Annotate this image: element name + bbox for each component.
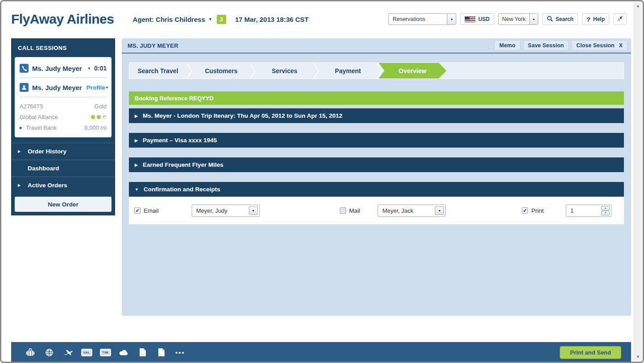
- dropdown-arrow-icon[interactable]: ▼: [249, 206, 258, 215]
- confirmation-panel: ✔ Email Meyer, Judy ▼ ✔ Mail: [129, 197, 624, 224]
- divider: [20, 97, 107, 97]
- spinner-down-icon: ▼: [604, 212, 607, 214]
- timetable-icon[interactable]: TIM: [96, 349, 115, 356]
- spinner-down-button[interactable]: ▼: [601, 211, 610, 215]
- brand-logo: FlyAway Airlines: [11, 12, 114, 27]
- app-header: FlyAway Airlines Agent: Chris Childress …: [1, 1, 633, 37]
- question-mark-icon: ?: [586, 16, 590, 23]
- document-icon[interactable]: [152, 348, 171, 357]
- tab-payment[interactable]: Payment: [319, 63, 376, 78]
- print-checkbox[interactable]: ✔: [522, 207, 528, 214]
- help-button[interactable]: ? Help: [582, 13, 609, 25]
- collapse-button[interactable]: [613, 13, 627, 25]
- section-itinerary[interactable]: ▶ Ms. Meyer - London Trip Itenary: Thu A…: [129, 108, 624, 123]
- travel-bank-value: 8,000 mi: [84, 124, 107, 131]
- sidebar-item-active-orders[interactable]: ▶ Active Orders: [12, 177, 115, 194]
- close-session-label: Close Session: [576, 42, 614, 49]
- document-icon[interactable]: [133, 348, 152, 357]
- caret-down-icon: ▼: [208, 17, 212, 21]
- customer-profile-row[interactable]: Ms. Judy Meyer Profile ▼: [20, 82, 107, 93]
- dropdown-arrow-icon[interactable]: ▼: [447, 14, 456, 25]
- divider: [20, 78, 107, 78]
- session-count-badge: 3: [217, 15, 226, 24]
- tim-badge-label: TIM: [100, 349, 111, 356]
- sidebar-item-label: Order History: [28, 148, 66, 155]
- profile-link[interactable]: Profile: [87, 84, 105, 91]
- memo-button[interactable]: Memo: [494, 40, 520, 51]
- us-flag-icon: [465, 16, 475, 22]
- print-copies-value: 1: [566, 207, 601, 214]
- email-checkbox[interactable]: ✔: [134, 207, 140, 214]
- booking-reference-bar: Booking Reference REQYYD: [129, 91, 624, 105]
- print-and-send-button[interactable]: Print and Send: [560, 346, 621, 359]
- chevron-right-icon: ▶: [135, 138, 138, 143]
- close-session-button[interactable]: Close Session X: [571, 40, 627, 51]
- call-session-card: Ms. Judy Meyer ▼ 0:01 Ms. Judy Meyer Pro…: [15, 57, 111, 137]
- tier-status-dots: [91, 115, 107, 119]
- active-call-row[interactable]: Ms. Judy Meyer ▼ 0:01: [20, 62, 107, 74]
- mail-checkbox[interactable]: ✔: [340, 207, 346, 214]
- scroll-down-icon[interactable]: ▼: [636, 355, 640, 359]
- email-recipient-value: Meyer, Judy: [192, 207, 249, 214]
- city-select-value: New York: [499, 16, 529, 22]
- tab-customers[interactable]: Customers: [193, 63, 250, 78]
- status-dot-filled: [91, 115, 95, 119]
- spinner-up-icon: ▲: [604, 207, 607, 209]
- print-label: Print: [531, 207, 544, 214]
- section-frequent-flyer[interactable]: ▶ Earned Frequent Flyer Miles: [129, 157, 624, 172]
- mail-recipient-select[interactable]: Meyer, Jack ▼: [378, 205, 446, 217]
- bottom-toolbar: VAL TIM ••• Print and Send: [11, 342, 631, 363]
- customer-name: Ms. Judy Meyer: [32, 84, 82, 91]
- section-label: Ms. Meyer - London Trip Itenary: Thu Apr…: [143, 112, 343, 119]
- print-copies-stepper[interactable]: 1 ▲ ▼: [566, 205, 611, 217]
- status-dot-filled: [97, 115, 101, 119]
- globe-icon[interactable]: [40, 348, 58, 357]
- section-confirmation[interactable]: ▼ Confirmation and Receipts: [129, 182, 624, 197]
- city-select[interactable]: New York ▼: [498, 13, 538, 25]
- more-icon[interactable]: •••: [171, 349, 190, 356]
- currency-button[interactable]: USD: [460, 13, 494, 25]
- call-sessions-panel: CALL SESSIONS Ms. Judy Meyer ▼ 0:01 Ms. …: [11, 38, 115, 215]
- email-label: Email: [144, 207, 159, 214]
- call-timer: 0:01: [94, 65, 107, 72]
- mode-select-value: Reservations: [389, 16, 447, 22]
- collapse-arrows-icon: [616, 15, 623, 24]
- status-dot-partial: [103, 115, 107, 119]
- section-payment[interactable]: ▶ Payment – Visa xxxx 1945: [129, 133, 624, 148]
- alliance-program: Global Alliance: [20, 114, 58, 120]
- tab-search-travel[interactable]: Search Travel: [129, 63, 186, 78]
- sidebar-item-dashboard[interactable]: Dashboard: [12, 160, 115, 177]
- dropdown-arrow-icon[interactable]: ▼: [529, 14, 538, 25]
- chevron-right-icon: ▶: [135, 114, 138, 118]
- spinner-up-button[interactable]: ▲: [601, 206, 610, 210]
- luggage-icon[interactable]: [21, 347, 40, 357]
- tab-overview-active[interactable]: Overview: [379, 63, 446, 78]
- agent-menu[interactable]: Agent: Chris Childress ▼ 3: [132, 15, 226, 24]
- airplane-icon[interactable]: [58, 348, 77, 357]
- mail-recipient-value: Meyer, Jack: [378, 207, 435, 214]
- mode-select[interactable]: Reservations ▼: [388, 13, 456, 25]
- search-icon: [547, 16, 553, 23]
- email-recipient-select[interactable]: Meyer, Judy ▼: [192, 205, 260, 217]
- validation-icon[interactable]: VAL: [77, 349, 96, 356]
- wizard-tab-strip: Search Travel Customers Services Payment…: [129, 62, 624, 79]
- account-id: A2764T5: [20, 103, 43, 110]
- loyalty-tier: Gold: [95, 103, 107, 110]
- tab-services[interactable]: Services: [256, 63, 313, 78]
- new-order-button[interactable]: New Order: [15, 197, 111, 212]
- scroll-up-icon[interactable]: ▲: [636, 4, 640, 8]
- save-session-button[interactable]: Save Session: [523, 40, 569, 51]
- vertical-scrollbar[interactable]: ▲ ▼: [634, 2, 642, 361]
- search-button[interactable]: Search: [542, 13, 578, 25]
- cloud-icon[interactable]: [115, 349, 133, 356]
- search-label: Search: [556, 16, 574, 22]
- logo-text-bold: Fly: [11, 12, 30, 26]
- phone-icon: [20, 64, 29, 73]
- person-icon: [20, 83, 29, 92]
- sidebar-item-order-history[interactable]: ▶ Order History: [12, 143, 115, 160]
- chevron-right-icon[interactable]: ▶: [20, 126, 22, 130]
- dropdown-arrow-icon[interactable]: ▼: [435, 206, 444, 215]
- caret-down-icon[interactable]: ▼: [87, 66, 91, 70]
- logo-text-rest: Away Airlines: [30, 12, 114, 26]
- caret-down-icon[interactable]: ▼: [105, 86, 109, 90]
